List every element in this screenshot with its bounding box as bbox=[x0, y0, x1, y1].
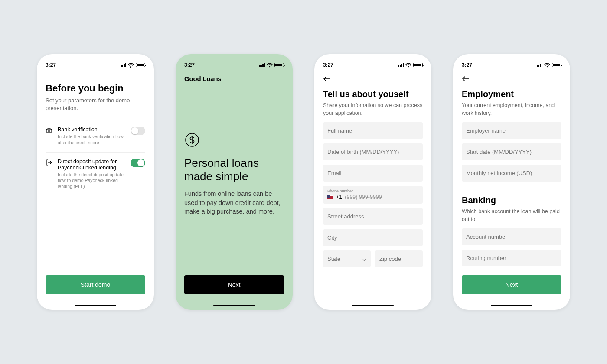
brand-logo: Good Loans bbox=[184, 75, 284, 82]
start-date-field[interactable]: Start date (MM/DD/YYYY) bbox=[462, 143, 561, 160]
home-indicator bbox=[352, 305, 394, 306]
banking-subtitle: Which bank account the loan will be paid… bbox=[462, 208, 561, 223]
employer-field[interactable]: Employer name bbox=[462, 122, 561, 139]
status-time: 3:27 bbox=[462, 62, 472, 68]
page-title: Tell us about youself bbox=[323, 89, 423, 99]
wifi-icon bbox=[128, 63, 134, 67]
option-desc: Include the bank verification flow after… bbox=[58, 134, 125, 146]
back-button[interactable] bbox=[462, 75, 561, 84]
bank-icon bbox=[46, 127, 52, 134]
status-bar: 3:27 bbox=[462, 61, 561, 69]
email-field[interactable]: Email bbox=[323, 165, 423, 182]
page-subtitle: Set your parameters for the demo present… bbox=[46, 97, 145, 112]
signal-icon bbox=[259, 63, 265, 67]
toggle-direct-deposit[interactable] bbox=[131, 159, 145, 167]
phone-screen-about-you: 3:27 Tell us about youself Share your in… bbox=[314, 54, 431, 310]
employment-title: Employment bbox=[462, 89, 561, 99]
toggle-bank-verification[interactable] bbox=[131, 127, 145, 135]
signal-icon bbox=[537, 63, 542, 67]
income-field[interactable]: Monthly net income (USD) bbox=[462, 165, 561, 182]
state-label: State bbox=[327, 256, 340, 262]
back-button[interactable] bbox=[323, 75, 423, 84]
option-direct-deposit: Direct deposit update for Paycheck-linke… bbox=[46, 152, 145, 196]
svg-point-1 bbox=[269, 66, 270, 67]
signal-icon bbox=[398, 63, 404, 67]
phone-screen-landing: 3:27 Good Loans Personal loans made simp… bbox=[176, 54, 293, 310]
deposit-icon bbox=[46, 159, 52, 166]
option-title: Bank verification bbox=[58, 127, 125, 133]
svg-point-3 bbox=[408, 66, 409, 67]
battery-icon bbox=[552, 63, 561, 67]
hero-description: Funds from online loans can be used to p… bbox=[184, 189, 284, 216]
phone-screen-employment: 3:27 Employment Your current employment,… bbox=[453, 54, 570, 310]
hero-headline: Personal loans made simple bbox=[184, 156, 284, 183]
dob-field[interactable]: Date of birth (MM/DD/YYYY) bbox=[323, 143, 423, 160]
routing-number-field[interactable]: Routing number bbox=[462, 250, 561, 266]
status-time: 3:27 bbox=[184, 62, 195, 68]
employment-subtitle: Your current employment, income, and wor… bbox=[462, 102, 561, 117]
us-flag-icon bbox=[327, 195, 333, 199]
status-icons bbox=[398, 63, 423, 67]
phone-screen-before-you-begin: 3:27 Before you begin Set your parameter… bbox=[37, 54, 154, 310]
phone-prefix: +1 bbox=[336, 194, 342, 200]
status-time: 3:27 bbox=[46, 62, 56, 68]
status-icons bbox=[259, 63, 284, 67]
banking-title: Banking bbox=[462, 195, 561, 205]
signal-icon bbox=[121, 63, 126, 67]
home-indicator bbox=[75, 305, 116, 306]
phone-placeholder: (999) 999-9999 bbox=[345, 194, 382, 200]
page-title: Before you begin bbox=[46, 83, 145, 94]
battery-icon bbox=[274, 63, 284, 67]
status-bar: 3:27 bbox=[46, 61, 145, 69]
street-field[interactable]: Street address bbox=[323, 208, 423, 225]
option-bank-verification: Bank verification Include the bank verif… bbox=[46, 120, 145, 152]
chevron-down-icon bbox=[362, 257, 366, 261]
status-icons bbox=[121, 63, 145, 67]
page-subtitle: Share your infomation so we can process … bbox=[323, 102, 423, 117]
status-icons bbox=[537, 63, 561, 67]
option-title: Direct deposit update for Paycheck-linke… bbox=[58, 159, 125, 171]
battery-icon bbox=[413, 63, 423, 67]
svg-point-0 bbox=[131, 66, 131, 67]
status-bar: 3:27 bbox=[184, 61, 284, 69]
home-indicator bbox=[491, 305, 532, 306]
zip-field[interactable]: Zip code bbox=[375, 250, 423, 267]
full-name-field[interactable]: Full name bbox=[323, 122, 423, 139]
phone-field[interactable]: Phone number +1 (999) 999-9999 bbox=[323, 186, 423, 204]
svg-point-4 bbox=[547, 66, 548, 67]
phone-field-label: Phone number bbox=[327, 189, 418, 193]
city-field[interactable]: City bbox=[323, 229, 423, 246]
start-demo-button[interactable]: Start demo bbox=[46, 275, 145, 294]
home-indicator bbox=[213, 305, 255, 306]
status-bar: 3:27 bbox=[323, 61, 423, 69]
wifi-icon bbox=[405, 63, 411, 67]
next-button[interactable]: Next bbox=[184, 275, 284, 294]
wifi-icon bbox=[544, 63, 550, 67]
next-button[interactable]: Next bbox=[462, 275, 561, 294]
account-number-field[interactable]: Account number bbox=[462, 228, 561, 245]
dollar-coin-icon bbox=[184, 132, 284, 150]
state-field[interactable]: State bbox=[323, 250, 371, 267]
status-time: 3:27 bbox=[323, 62, 333, 68]
option-desc: Include the direct deposit update flow t… bbox=[58, 172, 125, 190]
wifi-icon bbox=[267, 63, 273, 67]
battery-icon bbox=[136, 63, 145, 67]
